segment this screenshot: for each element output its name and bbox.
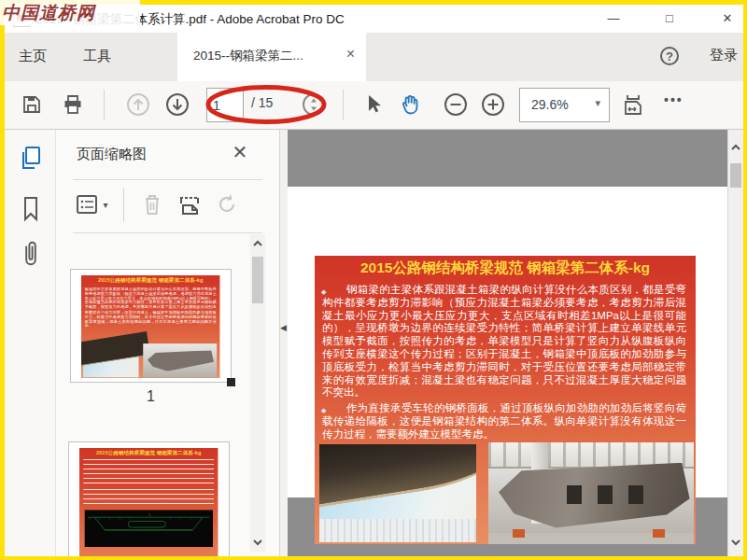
watermark: 中国道桥网 — [0, 0, 140, 25]
slide-content: 2015公路钢结构桥梁规范 钢箱梁第二体系-kg ◆钢箱梁的主梁体系跟混凝土箱梁… — [315, 256, 696, 544]
navigation-strip — [5, 130, 56, 556]
spin-arrows-icon — [301, 91, 327, 118]
zoom-level-value: 29.6% — [531, 97, 569, 112]
fit-width-button[interactable] — [619, 91, 647, 119]
chevron-down-icon: ▾ — [595, 97, 600, 109]
more-tools-button[interactable]: ••• — [664, 92, 703, 107]
zoom-out-button[interactable] — [442, 91, 470, 119]
tab-bar: 主页 工具 2015--钢箱梁第二... × ? 登录 — [5, 33, 743, 81]
options-list-icon — [77, 194, 101, 215]
document-scrollbar-thumb[interactable] — [730, 163, 741, 188]
pointer-icon — [363, 93, 384, 116]
close-window-button[interactable]: ✕ — [712, 7, 743, 30]
print-icon — [62, 93, 84, 116]
page-down-icon — [164, 91, 190, 118]
hand-icon — [399, 92, 423, 117]
rotate-page-button[interactable] — [211, 188, 243, 221]
fit-width-icon — [621, 92, 645, 117]
trash-icon — [141, 192, 163, 217]
scroll-down-icon[interactable] — [729, 536, 742, 549]
thumbnail-2-preview: 2015公路钢结构桥梁规范 钢箱梁第二体系-kg — [79, 448, 218, 556]
bullet-icon: ◆ — [321, 286, 326, 299]
slide-paragraph-1: ◆钢箱梁的主梁体系跟混凝土箱梁的纵向计算没什么本质区别，都是受弯构件都要考虑剪力… — [322, 284, 686, 399]
thumbnail-page-1[interactable]: 2015公路钢结构桥梁规范 钢箱梁第二体系-kg 钢箱梁的主梁体系跟混凝土箱梁的… — [70, 269, 232, 383]
panel-title: 页面缩略图 — [77, 146, 147, 163]
tab-document[interactable]: 2015--钢箱梁第二... × — [177, 33, 366, 81]
bookmarks-panel-button[interactable] — [15, 193, 47, 225]
page-view-options-button[interactable] — [300, 91, 328, 119]
tab-home[interactable]: 主页 — [19, 48, 47, 65]
attachments-panel-button[interactable] — [15, 238, 47, 270]
content-area: 页面缩略图 ✕ ▾ — [5, 130, 743, 556]
divider — [73, 232, 262, 233]
page-number-input[interactable] — [206, 88, 244, 122]
acrobat-window: 2015--钢箱梁第二体系计算.pdf - Adobe Acrobat Pro … — [5, 5, 743, 556]
thumbnail-selection-handle[interactable] — [227, 378, 235, 386]
slide-paragraph-2: ◆作为直接承受车轮的钢桥面板，通过顶板纵向加劲肋的加劲后将竖向荷载传递给隔板，这… — [322, 402, 686, 441]
bridge-underside-photo — [319, 444, 476, 542]
thumbnail-options-button[interactable]: ▾ — [73, 188, 112, 221]
document-tab-title: 2015--钢箱梁第二... — [193, 48, 303, 64]
document-view[interactable]: 2015公路钢结构桥梁规范 钢箱梁第二体系-kg ◆钢箱梁的主梁体系跟混凝土箱梁… — [288, 130, 727, 556]
toolbar-divider — [104, 90, 105, 120]
panel-splitter[interactable]: ◀ — [280, 130, 288, 556]
divider — [123, 188, 124, 221]
panel-scrollbar-thumb[interactable] — [252, 257, 263, 303]
minus-circle-icon — [443, 91, 469, 118]
panel-close-button[interactable]: ✕ — [230, 141, 250, 163]
scroll-up-icon[interactable] — [729, 141, 742, 154]
steel-girder-workshop-photo — [488, 442, 694, 544]
page-up-icon — [125, 91, 151, 118]
hand-tool-button[interactable] — [397, 91, 425, 119]
page-count-label: / 15 — [251, 95, 273, 110]
panel-scrollbar[interactable] — [250, 234, 265, 552]
document-scrollbar[interactable] — [727, 130, 743, 556]
document-tab-close-icon[interactable]: × — [346, 46, 355, 63]
bookmark-icon — [21, 196, 41, 222]
thumbnail-1-page-number: 1 — [70, 388, 232, 405]
crop-pages-button[interactable] — [174, 188, 205, 221]
collapse-panel-icon[interactable]: ◀ — [280, 323, 287, 332]
slide-title: 2015公路钢结构桥梁规范 钢箱梁第二体系-kg — [315, 259, 696, 278]
page-thumbnails-panel-button[interactable] — [15, 143, 47, 175]
bullet-icon: ◆ — [321, 404, 326, 417]
thumbnail-page-2[interactable]: 2015公路钢结构桥梁规范 钢箱梁第二体系-kg — [68, 441, 230, 556]
thumbnail-1-preview: 2015公路钢结构桥梁规范 钢箱梁第二体系-kg 钢箱梁的主梁体系跟混凝土箱梁的… — [81, 275, 220, 378]
print-button[interactable] — [59, 91, 87, 119]
next-page-button[interactable] — [163, 91, 191, 119]
pages-icon — [19, 146, 43, 172]
cross-section-diagram — [84, 510, 213, 547]
toolbar-divider — [343, 90, 344, 120]
maximize-button[interactable]: □ — [654, 7, 685, 30]
page-thumbnails-panel: 页面缩略图 ✕ ▾ — [56, 130, 280, 556]
main-toolbar: / 15 29.6% ▾ ••• — [5, 81, 743, 130]
delete-page-button[interactable] — [136, 188, 168, 221]
paperclip-icon — [19, 239, 43, 269]
help-button[interactable]: ? — [660, 47, 679, 65]
previous-page-button[interactable] — [124, 91, 152, 119]
screen: 2015--钢箱梁第二体系计算.pdf - Adobe Acrobat Pro … — [0, 0, 747, 560]
crop-icon — [177, 192, 202, 217]
divider — [73, 179, 262, 180]
zoom-level-select[interactable]: 29.6% ▾ — [519, 88, 610, 122]
save-button[interactable] — [18, 91, 46, 119]
rotate-icon — [215, 192, 239, 217]
scroll-up-icon[interactable] — [251, 237, 264, 250]
tab-tools[interactable]: 工具 — [83, 48, 111, 65]
plus-circle-icon — [480, 91, 506, 118]
sign-in-button[interactable]: 登录 — [710, 47, 743, 64]
minimize-button[interactable]: — — [598, 7, 629, 30]
thumbnail-2-text-lines — [83, 459, 214, 486]
select-tool-button[interactable] — [359, 91, 388, 119]
zoom-in-button[interactable] — [479, 91, 507, 119]
chevron-down-icon: ▾ — [103, 200, 107, 210]
save-icon — [21, 93, 43, 116]
thumbnail-2-text-lines — [83, 489, 214, 507]
scroll-down-icon[interactable] — [251, 536, 264, 549]
pdf-page-1: 2015公路钢结构桥梁规范 钢箱梁第二体系-kg ◆钢箱梁的主梁体系跟混凝土箱梁… — [288, 187, 727, 497]
